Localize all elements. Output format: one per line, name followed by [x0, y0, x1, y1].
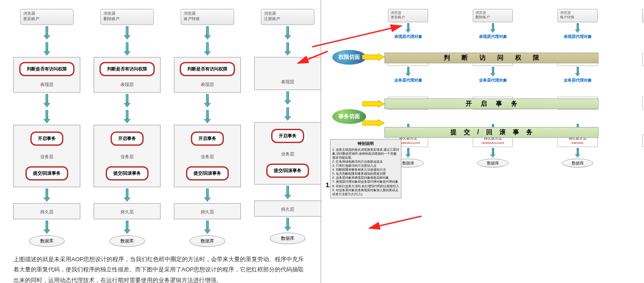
- commit-tx-box: 提交/回滚事务: [266, 164, 310, 178]
- arrow-down-icon: [405, 148, 411, 158]
- flow-column: 浏览器账户转账判断是否有访问权限表现层开启事务业务层提交/回滚事务持久层数据库: [174, 9, 241, 247]
- svg-marker-1: [362, 100, 384, 107]
- database-icon: 数据库: [477, 159, 508, 168]
- presentation-layer-box: 判断是否有访问权限表现层: [13, 57, 80, 93]
- business-proxy-label: 业务层代理对象: [564, 78, 592, 83]
- permission-check-box: 判断是否有访问权限: [99, 62, 155, 76]
- presentation-proxy-label: 表现层代理对象: [564, 34, 592, 40]
- note-box: 特别说明 1. 业务主线指的是从浏览器发起请求,通过三层对象,访问数据库操作,最…: [330, 139, 401, 198]
- permission-aspect-bubble: 权限切面: [332, 50, 366, 65]
- arrow-down-icon: [490, 148, 495, 158]
- note-item: 4. 判断权限和事务相关方法是通知方法: [332, 168, 399, 172]
- transaction-aspect-bubble: 事务切面: [332, 109, 366, 124]
- arrow-down-icon: [405, 67, 411, 77]
- presentation-layer-box: 判断是否有访问权限表现层: [174, 57, 241, 93]
- layer-label: 表现层: [40, 82, 54, 88]
- arrow-down-icon: [124, 26, 131, 40]
- flow-column: 浏览器注册账户表现层代理对象表现层方法register业务层代理对象业务层对象s…: [642, 9, 644, 168]
- flow-column: 浏览器删除账户判断是否有访问权限表现层开启事务业务层提交/回滚事务持久层数据库: [94, 9, 161, 247]
- database-icon: 数据库: [29, 235, 65, 247]
- arrow-down-icon: [284, 186, 291, 199]
- arrow-down-icon: [43, 189, 50, 202]
- arrow-down-icon: [43, 110, 50, 123]
- arrow-down-icon: [284, 42, 291, 56]
- note-item: 5. 包含判断权限和事务通知的类是切面: [332, 172, 399, 176]
- arrow-down-icon: [43, 42, 50, 56]
- arrow-down-icon: [124, 42, 131, 56]
- arrow-down-icon: [284, 218, 291, 231]
- arrow-down-icon: [490, 67, 495, 77]
- database-icon: 数据库: [270, 233, 305, 244]
- presentation-layer-box: 判断是否有访问权限表现层: [94, 57, 161, 93]
- business-object-box: 业务层对象save方法: [642, 97, 644, 110]
- browser-box: 浏览器删除账户: [100, 9, 154, 25]
- open-tx-box: 开启事务: [191, 131, 224, 146]
- flow-column: 浏览器更新账户判断是否有访问权限表现层开启事务业务层提交/回滚事务持久层数据库: [13, 9, 80, 247]
- permission-check-box: 判断是否有访问权限: [19, 62, 74, 76]
- arrow-down-icon: [575, 148, 580, 158]
- browser-box: 浏览器注册账户: [261, 9, 314, 25]
- right-diagram: 浏览器更新账户表现层代理对象表现层对象updateAccount方法业务层代理对…: [321, 0, 644, 283]
- layer-label: 表现层: [120, 82, 134, 88]
- arrow-down-icon: [575, 67, 580, 77]
- business-layer-box: 开启事务业务层提交/回滚事务: [174, 125, 241, 187]
- arrow-down-icon: [124, 110, 131, 123]
- note-item: 3. 只有红色标注的方法是切入点: [332, 164, 399, 168]
- arrow-down-icon: [284, 107, 291, 121]
- open-tx-bar: 开启事务: [384, 98, 599, 109]
- presentation-proxy-label: 表现层代理对象: [479, 34, 507, 40]
- red-arrow-bottom: [366, 214, 424, 232]
- persistence-layer-box: 持久层: [13, 203, 80, 219]
- flow-column: 浏览器删除账户表现层代理对象表现层对象deleteAccount方法业务层代理对…: [473, 9, 513, 168]
- layer-label: 业务层: [120, 154, 134, 160]
- arrow-down-icon: [204, 94, 211, 107]
- presentation-proxy-label: 表现层代理对象: [394, 34, 422, 40]
- commit-tx-box: 提交/回滚事务: [186, 166, 229, 180]
- database-icon: 数据库: [562, 159, 593, 168]
- layer-label: 表现层: [201, 82, 214, 88]
- yellow-arrow-3: [362, 119, 384, 127]
- note-item: 7. 表现层代理对象和业务层代理对象是代理对象: [332, 180, 399, 184]
- database-icon: 数据库: [190, 235, 225, 247]
- arrow-down-icon: [490, 23, 495, 33]
- arrow-down-icon: [204, 189, 211, 202]
- layer-label: 表现层: [281, 79, 294, 85]
- svg-line-8: [369, 216, 421, 228]
- description-paragraph: 上图描述的就是未采用AOP思想设计的程序，当我们红色框中圈定的方法时，会带来大量…: [13, 254, 307, 283]
- arrow-down-icon: [43, 221, 50, 234]
- arrow-down-icon: [43, 26, 50, 40]
- persistence-layer-box: 持久层: [254, 201, 321, 217]
- persistence-layer-box: 持久层: [174, 203, 241, 219]
- arrow-down-icon: [204, 110, 211, 123]
- arrow-down-icon: [204, 26, 211, 40]
- presentation-layer-box: 表现层: [254, 57, 321, 90]
- arrow-down-icon: [124, 189, 131, 202]
- persistence-layer-box: 持久层: [94, 203, 161, 219]
- arrow-down-icon: [43, 94, 50, 107]
- business-layer-box: 开启事务业务层提交/回滚事务: [13, 125, 80, 187]
- note-item: 2. 红色和绿色标注的方法都是连接点: [332, 160, 399, 164]
- browser-box: 浏览器账户转账: [557, 9, 598, 22]
- layer-label: 持久层: [281, 206, 294, 213]
- flow-column: 浏览器注册账户表现层开启事务业务层提交/回滚事务持久层数据库: [254, 9, 321, 247]
- commit-tx-box: 提交/回滚事务: [25, 166, 69, 180]
- note-title: 特别说明: [332, 141, 399, 147]
- layer-label: 业务层: [281, 151, 294, 157]
- permission-bar: 判断访问权限: [384, 53, 599, 63]
- arrow-down-icon: [405, 23, 411, 33]
- note-item: 1. 业务主线指的是从浏览器发起请求,通过三层对象,访问数据库操作,最终响应浏览…: [332, 148, 399, 160]
- arrow-down-icon: [124, 94, 131, 107]
- commit-tx-box: 提交/回滚事务: [106, 166, 149, 180]
- browser-box: 浏览器更新账户: [388, 9, 428, 22]
- layer-label: 持久层: [40, 209, 54, 215]
- layer-label: 持久层: [201, 209, 214, 215]
- presentation-object-box: 表现层方法register: [642, 53, 644, 66]
- arrow-down-icon: [284, 91, 291, 105]
- commit-tx-bar: 提交/回滚事务: [384, 127, 599, 138]
- open-tx-box: 开启事务: [111, 131, 144, 146]
- open-tx-box: 开启事务: [30, 131, 63, 146]
- business-layer-box: 开启事务业务层提交/回滚事务: [254, 122, 321, 185]
- svg-marker-2: [362, 119, 384, 127]
- open-tx-box: 开启事务: [271, 129, 304, 143]
- permission-check-box: 判断是否有访问权限: [180, 62, 235, 76]
